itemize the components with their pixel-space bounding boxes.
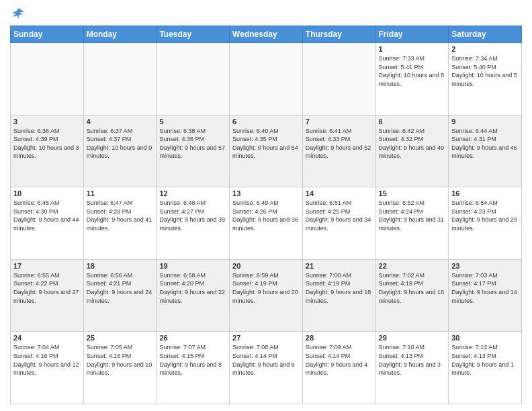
header [10, 7, 522, 20]
calendar-day-17: 17Sunrise: 6:55 AMSunset: 4:22 PMDayligh… [11, 259, 84, 332]
calendar-day-30: 30Sunrise: 7:12 AMSunset: 4:13 PMDayligh… [449, 332, 522, 404]
day-number: 11 [87, 189, 154, 197]
calendar-day-29: 29Sunrise: 7:10 AMSunset: 4:13 PMDayligh… [375, 332, 449, 404]
day-info: Sunrise: 6:44 AMSunset: 4:31 PMDaylight:… [451, 127, 519, 161]
calendar-day-6: 6Sunrise: 6:40 AMSunset: 4:35 PMDaylight… [230, 115, 303, 187]
day-info: Sunrise: 7:08 AMSunset: 4:14 PMDaylight:… [232, 343, 300, 377]
logo-bird-icon [11, 7, 25, 20]
day-number: 17 [13, 262, 81, 270]
day-number: 23 [451, 262, 519, 270]
day-number: 20 [232, 262, 300, 270]
day-info: Sunrise: 6:59 AMSunset: 4:19 PMDaylight:… [232, 271, 300, 305]
calendar-day-16: 16Sunrise: 6:54 AMSunset: 4:23 PMDayligh… [449, 187, 522, 260]
day-info: Sunrise: 6:55 AMSunset: 4:22 PMDaylight:… [13, 271, 81, 305]
day-number: 30 [451, 334, 519, 342]
weekday-header-saturday: Saturday [449, 26, 522, 43]
calendar-day-3: 3Sunrise: 6:36 AMSunset: 4:39 PMDaylight… [11, 115, 84, 187]
calendar-day-empty [11, 43, 84, 116]
day-info: Sunrise: 7:07 AMSunset: 4:15 PMDaylight:… [159, 343, 226, 377]
weekday-header-wednesday: Wednesday [230, 26, 303, 43]
calendar-day-10: 10Sunrise: 6:45 AMSunset: 4:30 PMDayligh… [11, 187, 84, 260]
day-info: Sunrise: 6:47 AMSunset: 4:28 PMDaylight:… [87, 199, 154, 232]
calendar-day-18: 18Sunrise: 6:56 AMSunset: 4:21 PMDayligh… [83, 259, 157, 332]
day-number: 19 [159, 262, 226, 270]
weekday-header-monday: Monday [83, 26, 157, 43]
weekday-header-sunday: Sunday [11, 26, 84, 43]
day-number: 9 [451, 118, 519, 126]
day-info: Sunrise: 6:41 AMSunset: 4:33 PMDaylight:… [306, 127, 373, 161]
day-number: 4 [87, 118, 154, 126]
calendar-week-5: 24Sunrise: 7:04 AMSunset: 4:16 PMDayligh… [11, 332, 522, 404]
calendar-day-22: 22Sunrise: 7:02 AMSunset: 4:18 PMDayligh… [375, 259, 449, 332]
calendar-day-21: 21Sunrise: 7:00 AMSunset: 4:19 PMDayligh… [302, 259, 375, 332]
day-info: Sunrise: 7:33 AMSunset: 5:41 PMDaylight:… [379, 54, 446, 88]
day-info: Sunrise: 6:48 AMSunset: 4:27 PMDaylight:… [159, 199, 226, 232]
weekday-header-row: SundayMondayTuesdayWednesdayThursdayFrid… [11, 26, 522, 43]
day-number: 2 [451, 45, 519, 53]
day-number: 13 [232, 189, 300, 197]
calendar-day-8: 8Sunrise: 6:42 AMSunset: 4:32 PMDaylight… [375, 115, 449, 187]
day-info: Sunrise: 7:10 AMSunset: 4:13 PMDaylight:… [379, 343, 446, 377]
day-info: Sunrise: 6:49 AMSunset: 4:26 PMDaylight:… [232, 199, 300, 232]
calendar-day-27: 27Sunrise: 7:08 AMSunset: 4:14 PMDayligh… [230, 332, 303, 404]
calendar-day-26: 26Sunrise: 7:07 AMSunset: 4:15 PMDayligh… [157, 332, 230, 404]
day-number: 21 [306, 262, 373, 270]
calendar-day-1: 1Sunrise: 7:33 AMSunset: 5:41 PMDaylight… [375, 43, 449, 116]
calendar-day-19: 19Sunrise: 6:58 AMSunset: 4:20 PMDayligh… [157, 259, 230, 332]
day-info: Sunrise: 7:09 AMSunset: 4:14 PMDaylight:… [306, 343, 373, 377]
calendar-day-empty [83, 43, 157, 116]
calendar-day-5: 5Sunrise: 6:38 AMSunset: 4:36 PMDaylight… [157, 115, 230, 187]
day-number: 16 [451, 189, 519, 197]
day-number: 18 [87, 262, 154, 270]
day-number: 15 [379, 189, 446, 197]
day-number: 10 [13, 189, 81, 197]
day-number: 24 [13, 334, 81, 342]
day-info: Sunrise: 6:54 AMSunset: 4:23 PMDaylight:… [451, 199, 519, 232]
day-number: 27 [232, 334, 300, 342]
calendar-day-4: 4Sunrise: 6:37 AMSunset: 4:37 PMDaylight… [83, 115, 157, 187]
calendar-week-2: 3Sunrise: 6:36 AMSunset: 4:39 PMDaylight… [11, 115, 522, 187]
weekday-header-thursday: Thursday [302, 26, 375, 43]
day-info: Sunrise: 7:03 AMSunset: 4:17 PMDaylight:… [451, 271, 519, 305]
page: SundayMondayTuesdayWednesdayThursdayFrid… [0, 0, 532, 411]
calendar-day-12: 12Sunrise: 6:48 AMSunset: 4:27 PMDayligh… [157, 187, 230, 260]
day-info: Sunrise: 6:38 AMSunset: 4:36 PMDaylight:… [159, 127, 226, 161]
calendar-day-15: 15Sunrise: 6:52 AMSunset: 4:24 PMDayligh… [375, 187, 449, 260]
day-info: Sunrise: 6:52 AMSunset: 4:24 PMDaylight:… [379, 199, 446, 232]
day-info: Sunrise: 7:04 AMSunset: 4:16 PMDaylight:… [13, 343, 81, 377]
day-number: 22 [379, 262, 446, 270]
calendar-day-23: 23Sunrise: 7:03 AMSunset: 4:17 PMDayligh… [449, 259, 522, 332]
calendar-week-1: 1Sunrise: 7:33 AMSunset: 5:41 PMDaylight… [11, 43, 522, 116]
day-number: 14 [306, 189, 373, 197]
day-number: 25 [87, 334, 154, 342]
day-number: 26 [159, 334, 226, 342]
day-number: 7 [306, 118, 373, 126]
day-info: Sunrise: 6:42 AMSunset: 4:32 PMDaylight:… [379, 127, 446, 161]
day-number: 6 [232, 118, 300, 126]
day-info: Sunrise: 7:34 AMSunset: 5:40 PMDaylight:… [451, 54, 519, 88]
day-info: Sunrise: 6:51 AMSunset: 4:25 PMDaylight:… [306, 199, 373, 232]
day-info: Sunrise: 6:37 AMSunset: 4:37 PMDaylight:… [87, 127, 154, 161]
calendar-week-3: 10Sunrise: 6:45 AMSunset: 4:30 PMDayligh… [11, 187, 522, 260]
calendar-day-11: 11Sunrise: 6:47 AMSunset: 4:28 PMDayligh… [83, 187, 157, 260]
day-number: 1 [379, 45, 446, 53]
calendar-table: SundayMondayTuesdayWednesdayThursdayFrid… [10, 26, 522, 404]
day-info: Sunrise: 7:05 AMSunset: 4:16 PMDaylight:… [87, 343, 154, 377]
calendar-day-14: 14Sunrise: 6:51 AMSunset: 4:25 PMDayligh… [302, 187, 375, 260]
calendar-day-empty [157, 43, 230, 116]
calendar-day-20: 20Sunrise: 6:59 AMSunset: 4:19 PMDayligh… [230, 259, 303, 332]
calendar-day-2: 2Sunrise: 7:34 AMSunset: 5:40 PMDaylight… [449, 43, 522, 116]
calendar-day-13: 13Sunrise: 6:49 AMSunset: 4:26 PMDayligh… [230, 187, 303, 260]
day-number: 28 [306, 334, 373, 342]
weekday-header-tuesday: Tuesday [157, 26, 230, 43]
calendar-week-4: 17Sunrise: 6:55 AMSunset: 4:22 PMDayligh… [11, 259, 522, 332]
logo [10, 7, 25, 20]
calendar-day-28: 28Sunrise: 7:09 AMSunset: 4:14 PMDayligh… [302, 332, 375, 404]
day-info: Sunrise: 6:40 AMSunset: 4:35 PMDaylight:… [232, 127, 300, 161]
calendar-day-empty [230, 43, 303, 116]
calendar-day-24: 24Sunrise: 7:04 AMSunset: 4:16 PMDayligh… [11, 332, 84, 404]
day-info: Sunrise: 6:36 AMSunset: 4:39 PMDaylight:… [13, 127, 81, 161]
day-number: 29 [379, 334, 446, 342]
day-info: Sunrise: 6:45 AMSunset: 4:30 PMDaylight:… [13, 199, 81, 232]
day-info: Sunrise: 7:00 AMSunset: 4:19 PMDaylight:… [306, 271, 373, 305]
